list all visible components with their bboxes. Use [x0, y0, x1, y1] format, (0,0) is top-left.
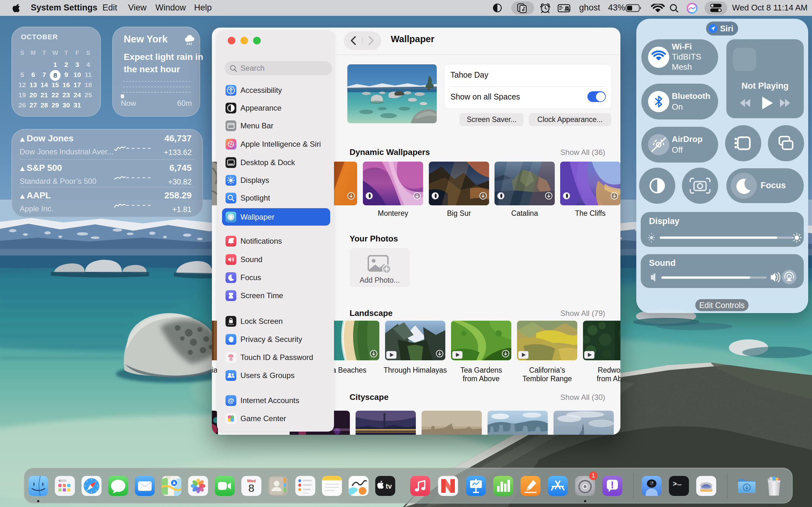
svg-text:tv: tv — [386, 482, 392, 490]
svg-text:8: 8 — [248, 482, 254, 494]
svg-text:@: @ — [228, 397, 234, 404]
svg-text:>: > — [673, 481, 677, 488]
